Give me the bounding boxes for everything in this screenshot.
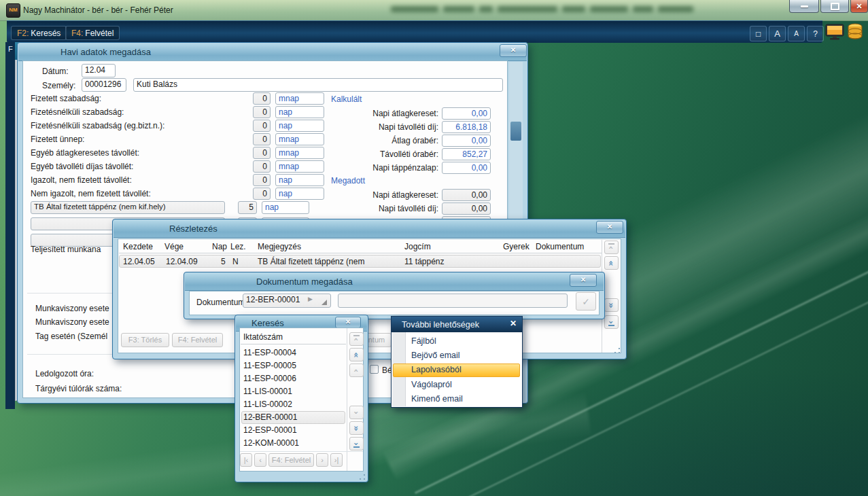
font-increase-button[interactable]: A: [769, 26, 786, 41]
scroll-down-button[interactable]: ›: [349, 406, 364, 419]
desktop: NM Nagy Machinátor - bér - bér - Fehér P…: [0, 0, 868, 496]
maximize-button[interactable]: [820, 0, 849, 13]
tappenz-unit-combo[interactable]: nap: [262, 201, 309, 214]
window-mode-button[interactable]: □: [750, 26, 767, 41]
list-item[interactable]: 11-ESP-00005: [243, 361, 296, 370]
menu-item-kimeno-email[interactable]: Kimenő email: [411, 394, 463, 404]
list-item[interactable]: 11-LIS-00002: [243, 400, 292, 409]
torles-button[interactable]: F3: Törlés: [121, 333, 169, 347]
dialog-close-button[interactable]: ✕: [596, 221, 623, 234]
dropdown-corner-icon[interactable]: [322, 300, 327, 305]
dialog-close-button[interactable]: ✕: [335, 317, 361, 328]
database-icon[interactable]: [847, 22, 863, 41]
list-item[interactable]: 12-ESP-00001: [243, 425, 297, 435]
ber-checkbox[interactable]: [370, 365, 379, 374]
row-value-input[interactable]: 0: [253, 174, 271, 186]
row-unit-combo[interactable]: mnap: [275, 133, 324, 145]
dialog-header[interactable]: [185, 273, 604, 291]
row-value-input[interactable]: 0: [253, 147, 271, 159]
nav-last-button[interactable]: ›|: [330, 453, 343, 467]
col-jogcim[interactable]: Jogcím: [404, 242, 431, 251]
scroll-bottom-button[interactable]: ›: [604, 315, 619, 329]
minimize-button[interactable]: [789, 0, 819, 13]
cell-jogcim: 11 táppénz: [404, 257, 445, 266]
play-icon[interactable]: ▶: [308, 296, 313, 302]
felvetel-button[interactable]: F4: Felvétel: [172, 333, 223, 347]
menu-item-vagolaprol[interactable]: Vágólapról: [411, 380, 452, 389]
list-item[interactable]: 12-KOM-00001: [243, 438, 299, 448]
row-unit-combo[interactable]: nap: [275, 188, 324, 200]
row-unit-combo[interactable]: nap: [275, 174, 324, 186]
nav-felvetel-button[interactable]: F4: Felvétel: [268, 453, 314, 467]
col-lez[interactable]: Lez.: [230, 242, 246, 251]
resize-grip[interactable]: [614, 347, 620, 353]
col-kezdete[interactable]: Kezdete: [123, 242, 153, 251]
scroll-pagedown-button[interactable]: »: [604, 298, 619, 312]
monitor-icon[interactable]: [825, 24, 844, 41]
confirm-button[interactable]: ✓: [576, 292, 596, 311]
window-titlebar[interactable]: NM Nagy Machinátor - bér - bér - Fehér P…: [0, 0, 868, 21]
scroll-pagedown-button[interactable]: »: [349, 421, 364, 435]
tappenz-value-input[interactable]: 5: [238, 201, 257, 214]
dialog-close-button[interactable]: ✕: [500, 44, 527, 57]
row-unit-combo[interactable]: mnap: [275, 160, 324, 173]
list-item[interactable]: 11-ESP-00006: [243, 374, 296, 383]
nav-first-button[interactable]: |‹: [240, 453, 252, 467]
tab-felvetel[interactable]: F4: Felvétel: [65, 26, 120, 40]
iktatoszam-column-header[interactable]: Iktatószám: [243, 332, 283, 342]
col-vege[interactable]: Vége: [164, 242, 184, 251]
dokumentum-combo[interactable]: 12-BER-00001: [243, 294, 331, 308]
popup-close-icon[interactable]: ✕: [510, 319, 517, 328]
row-unit-combo[interactable]: mnap: [275, 92, 324, 105]
row-label: Fizetett ünnep:: [31, 135, 84, 144]
col-gyerek[interactable]: Gyerek: [503, 242, 530, 251]
scroll-top-button[interactable]: ‹: [349, 332, 364, 346]
font-decrease-button[interactable]: A: [788, 26, 805, 41]
col-megjegyzes[interactable]: Megjegyzés: [258, 242, 301, 251]
dokumentum-text-field[interactable]: [338, 294, 568, 308]
scroll-pageup-button[interactable]: «: [349, 348, 364, 361]
megadott-value-input[interactable]: 0,00: [442, 202, 491, 215]
tappenz-combo[interactable]: TB Által fizetett táppénz (nem kif.hely): [31, 201, 225, 214]
list-item[interactable]: 11-LIS-00001: [243, 387, 292, 396]
szemely-kod-input[interactable]: 00001296: [82, 78, 126, 92]
menu-item-bejovo-email[interactable]: Bejövő email: [411, 351, 460, 360]
scroll-bottom-button[interactable]: ›: [349, 437, 364, 450]
cell-kezdete: 12.04.05: [123, 257, 155, 266]
scrollbar-thumb[interactable]: [510, 122, 521, 141]
popup-header[interactable]: További lehetőségek ✕: [392, 317, 522, 332]
row-value-input[interactable]: 0: [253, 133, 271, 145]
window-title: Nagy Machinátor - bér - bér - Fehér Péte…: [23, 5, 173, 15]
dialog-close-button[interactable]: ✕: [570, 274, 597, 287]
row-value-input[interactable]: 0: [253, 120, 271, 132]
row-value-input[interactable]: 0: [253, 106, 271, 118]
row-value-input[interactable]: 0: [253, 188, 271, 200]
row-unit-combo[interactable]: nap: [275, 120, 324, 132]
kalk-label: Átlag órabér:: [336, 136, 438, 145]
row-value-input[interactable]: 0: [253, 92, 271, 105]
menu-item-fajlbol[interactable]: Fájlból: [411, 336, 436, 346]
datum-input[interactable]: 12.04: [82, 64, 116, 77]
col-dokumentum[interactable]: Dokumentum: [536, 242, 584, 251]
megadott-value-input[interactable]: 0,00: [442, 189, 491, 201]
close-button[interactable]: ✕: [850, 0, 868, 13]
resize-grip[interactable]: [359, 474, 365, 480]
col-nap[interactable]: Nap: [212, 242, 228, 251]
tab-kereses[interactable]: F2: Keresés: [11, 26, 67, 40]
scroll-top-button[interactable]: ‹: [604, 241, 619, 254]
help-button[interactable]: ?: [807, 26, 824, 41]
menu-item-lapolvasobol[interactable]: Lapolvasóból: [411, 365, 462, 374]
dialog-title: Havi adatok megadása: [60, 47, 151, 57]
app-icon: NM: [6, 3, 20, 18]
cell-vege: 12.04.09: [166, 257, 198, 266]
row-unit-combo[interactable]: nap: [275, 106, 324, 118]
scroll-up-button[interactable]: ‹: [349, 364, 364, 377]
row-value-input[interactable]: 0: [253, 160, 271, 173]
szemely-nev-field[interactable]: Kuti Balázs: [133, 78, 503, 92]
nav-next-button[interactable]: ›: [316, 453, 328, 467]
row-unit-combo[interactable]: mnap: [275, 147, 324, 159]
list-item-selected[interactable]: 12-BER-00001: [243, 412, 297, 422]
scroll-pageup-button[interactable]: «: [604, 256, 619, 270]
list-item[interactable]: 11-ESP-00004: [243, 348, 296, 357]
nav-prev-button[interactable]: ‹: [254, 453, 266, 467]
